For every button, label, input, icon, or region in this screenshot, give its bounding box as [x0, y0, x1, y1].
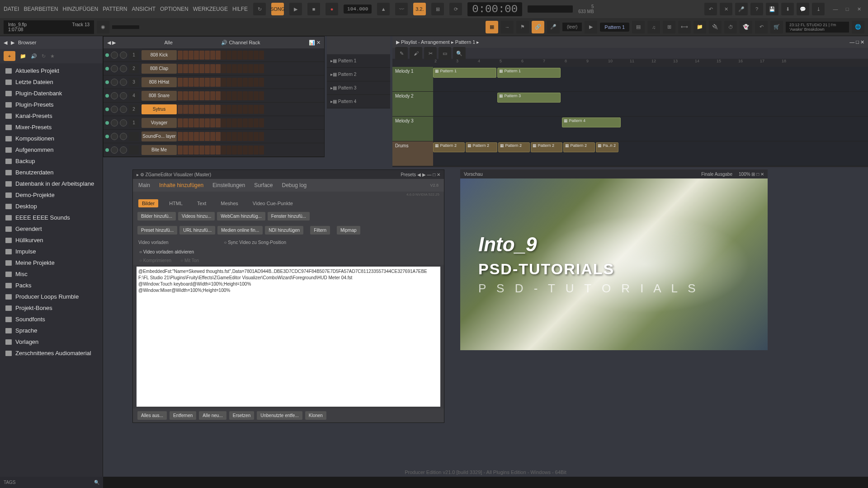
playlist-crumb[interactable]: Pattern 1	[455, 39, 476, 45]
step-button[interactable]	[254, 64, 259, 73]
step-button[interactable]	[221, 91, 226, 100]
step-button[interactable]	[259, 118, 264, 127]
menu-bearbeiten[interactable]: BEARBEITEN	[24, 6, 58, 12]
playlist-clip[interactable]: ▦ Pa..n 2	[596, 142, 618, 152]
step-button[interactable]	[221, 78, 226, 87]
step-button[interactable]	[259, 145, 264, 155]
zge-tab-main[interactable]: Main	[138, 182, 150, 188]
step-button[interactable]	[189, 91, 193, 100]
zge-bottom-button[interactable]: Alles aus...	[137, 411, 167, 420]
step-button[interactable]	[194, 91, 199, 100]
browser-item[interactable]: Vorlagen	[0, 336, 103, 347]
step-button[interactable]	[210, 51, 215, 60]
ruler-mark[interactable]: 9	[585, 59, 607, 67]
pan-knob[interactable]	[111, 52, 118, 59]
playlist-clip[interactable]: ▦ Pattern 1	[433, 68, 496, 78]
step-button[interactable]	[189, 64, 193, 73]
step-button[interactable]	[232, 118, 237, 127]
step-button[interactable]	[194, 105, 199, 114]
playlist-clip[interactable]: ▦ Pattern 3	[497, 93, 561, 103]
browser-item[interactable]: Aufgenommen	[0, 144, 103, 155]
channel-name-button[interactable]: SoundFo... layer	[142, 131, 177, 141]
step-button[interactable]	[232, 145, 237, 155]
step-button[interactable]	[183, 51, 188, 60]
track-header[interactable]: Melody 3	[392, 117, 433, 141]
pl-tool-zoom-icon[interactable]: 🔍	[453, 47, 466, 60]
step-button[interactable]	[232, 78, 237, 87]
step-button[interactable]	[243, 51, 248, 60]
zge-tab-surface[interactable]: Surface	[254, 182, 273, 188]
step-button[interactable]	[189, 132, 193, 141]
step-button[interactable]	[254, 132, 259, 141]
step-button[interactable]	[210, 105, 215, 114]
browser-item[interactable]: Kanal-Presets	[0, 110, 103, 122]
add-button[interactable]: +	[4, 51, 15, 61]
zge-extra-button[interactable]: Mipmap	[337, 226, 360, 235]
step-button[interactable]	[254, 105, 259, 114]
mic2-icon[interactable]: 🎤	[547, 21, 560, 33]
step-button[interactable]	[210, 145, 215, 155]
step-button[interactable]	[216, 64, 221, 73]
pan-knob[interactable]	[111, 92, 118, 99]
browser-item[interactable]: Benutzerdaten	[0, 167, 103, 178]
step-button[interactable]	[199, 78, 204, 87]
step-button[interactable]	[232, 132, 237, 141]
step-button[interactable]	[199, 91, 204, 100]
step-button[interactable]	[259, 132, 264, 141]
vol-knob[interactable]	[120, 92, 127, 99]
step-button[interactable]	[237, 118, 242, 127]
step-button[interactable]	[205, 51, 210, 60]
globe-icon[interactable]: 🌐	[852, 21, 864, 33]
step-button[interactable]	[248, 91, 253, 100]
playlist-header[interactable]: ▶ Playlist - Arrangement ▸ Pattern 1 ▸ —…	[392, 36, 868, 48]
step-button[interactable]	[248, 78, 253, 87]
step-button[interactable]	[205, 145, 210, 155]
picker-pattern[interactable]: ▸▦ Pattern 2	[327, 68, 390, 81]
picker-pattern[interactable]: ▸▦ Pattern 4	[327, 95, 390, 108]
step-button[interactable]	[254, 118, 259, 127]
step-button[interactable]	[237, 78, 242, 87]
zge-action-button[interactable]: Medien online fin...	[217, 226, 263, 235]
pl-tool-paint-icon[interactable]: 🖌	[410, 47, 422, 60]
step-button[interactable]	[199, 145, 204, 155]
time-display[interactable]: 0:00:00	[467, 2, 522, 16]
tags-bar[interactable]: TAGS 🔍	[0, 477, 103, 488]
browser-item[interactable]: Impulse	[0, 246, 103, 257]
browser-item[interactable]: Demo-Projekte	[0, 189, 103, 201]
vol-knob[interactable]	[120, 52, 127, 59]
step-button[interactable]	[199, 64, 204, 73]
step-button[interactable]	[194, 118, 199, 127]
ruler-mark[interactable]: 12	[650, 59, 672, 67]
browser-item[interactable]: Projekt-Bones	[0, 302, 103, 314]
download-icon[interactable]: ⤓	[812, 3, 825, 15]
step-button[interactable]	[178, 91, 183, 100]
step-button[interactable]	[243, 105, 248, 114]
ruler-mark[interactable]: 11	[628, 59, 650, 67]
step-button[interactable]	[216, 105, 221, 114]
browser-item[interactable]: Aktuelles Projekt	[0, 65, 103, 76]
vol-knob[interactable]	[120, 106, 127, 113]
menu-werkzeuge[interactable]: WERKZEUGE	[193, 6, 228, 12]
track-lane[interactable]: ▦ Pattern 4	[433, 117, 868, 141]
browser-item[interactable]: Desktop	[0, 201, 103, 212]
step-button[interactable]	[221, 132, 226, 141]
zge-action-button[interactable]: Preset hinzufü...	[137, 226, 177, 235]
preview-titlebar[interactable]: Vorschau Finale Ausgabe 100% ⊞ □ ✕	[460, 169, 768, 178]
step-button[interactable]	[221, 64, 226, 73]
minimize-icon[interactable]: —	[830, 5, 841, 14]
view-mixer-icon[interactable]: ⟷	[678, 21, 691, 33]
mute-dot[interactable]	[105, 67, 109, 70]
vol-knob[interactable]	[120, 79, 127, 86]
step-button[interactable]	[226, 105, 231, 114]
step-button[interactable]	[199, 132, 204, 141]
ruler-mark[interactable]: 14	[693, 59, 715, 67]
playlist-clip[interactable]: ▦ Pattern 2	[498, 142, 530, 152]
ruler-mark[interactable]: 2	[433, 59, 455, 67]
step-button[interactable]	[232, 51, 237, 60]
marker-icon[interactable]: ⚑	[516, 21, 529, 33]
browser-item[interactable]: Gerendert	[0, 223, 103, 235]
vol-knob[interactable]	[120, 146, 127, 154]
channel-rack-header[interactable]: ◀ ▶ Alle 🔊 Channel Rack 📊 ✕	[104, 37, 324, 48]
ruler-mark[interactable]: 5	[498, 59, 520, 67]
pan-knob[interactable]	[111, 106, 118, 113]
